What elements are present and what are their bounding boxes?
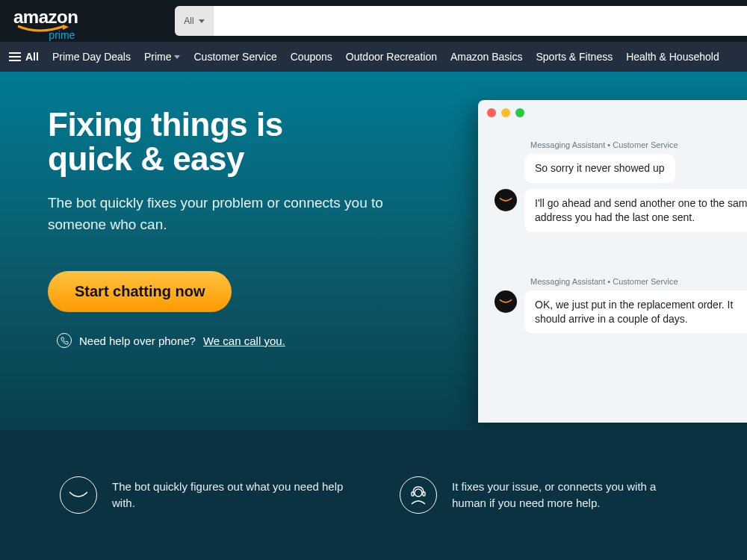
- search-category-dropdown[interactable]: All: [175, 6, 213, 36]
- chat-sender-label: Messaging Assistant • Customer Service: [530, 140, 747, 149]
- nav-item-sports-fitness[interactable]: Sports & Fitness: [536, 51, 613, 63]
- minimize-icon[interactable]: [501, 108, 510, 117]
- chat-window: Messaging Assistant • Customer Service S…: [478, 100, 747, 423]
- chat-message-row: OK, we just put in the replacement order…: [495, 290, 747, 334]
- maximize-icon[interactable]: [515, 108, 524, 117]
- amazon-logo[interactable]: amazon prime: [0, 1, 91, 41]
- svg-point-0: [415, 489, 422, 497]
- nav-item-prime-day-deals[interactable]: Prime Day Deals: [52, 51, 131, 63]
- hero-subtitle: The bot quickly fixes your problem or co…: [48, 193, 429, 235]
- hero-title: Fixing things is quick & easy: [48, 108, 429, 176]
- phone-icon: [57, 333, 72, 348]
- hero-title-line2: quick & easy: [48, 140, 244, 177]
- nav-item-amazon-basics[interactable]: Amazon Basics: [450, 51, 522, 63]
- phone-help-link[interactable]: We can call you.: [203, 335, 285, 347]
- chevron-down-icon: [174, 55, 180, 59]
- nav-item-outdoor-recreation[interactable]: Outdoor Recreation: [346, 51, 437, 63]
- logo-text: amazon: [13, 7, 78, 28]
- nav-all-menu[interactable]: All: [9, 51, 39, 63]
- nav-item-prime[interactable]: Prime: [144, 51, 181, 63]
- features-section: The bot quickly figures out what you nee…: [0, 430, 747, 560]
- feature-item: It fixes your issue, or connects you wit…: [400, 476, 687, 514]
- feature-item: The bot quickly figures out what you nee…: [60, 476, 347, 514]
- nav-item-label: Prime: [144, 51, 172, 63]
- chat-group: Messaging Assistant • Customer Service S…: [495, 140, 747, 232]
- search-category-label: All: [184, 16, 193, 26]
- phone-help-prompt: Need help over phone?: [79, 335, 196, 347]
- hero-content: Fixing things is quick & easy The bot qu…: [48, 108, 429, 430]
- chat-bubble: OK, we just put in the replacement order…: [524, 290, 747, 334]
- hero-title-line1: Fixing things is: [48, 106, 283, 143]
- chat-body: Messaging Assistant • Customer Service S…: [478, 125, 747, 333]
- feature-text: The bot quickly figures out what you nee…: [112, 479, 347, 511]
- chat-message-row: So sorry it never showed up: [495, 154, 747, 183]
- search-input[interactable]: [214, 6, 747, 36]
- nav-bar: All Prime Day Deals Prime Customer Servi…: [0, 42, 747, 72]
- bot-smile-icon: [60, 476, 97, 514]
- hamburger-icon: [9, 52, 21, 61]
- hero-section: Fixing things is quick & easy The bot qu…: [0, 72, 747, 430]
- chat-group: Messaging Assistant • Customer Service O…: [495, 277, 747, 334]
- chat-bubble: I'll go ahead and send another one to th…: [524, 189, 747, 232]
- close-icon[interactable]: [487, 108, 496, 117]
- feature-text: It fixes your issue, or connects you wit…: [452, 479, 687, 511]
- headset-person-icon: [400, 476, 437, 514]
- search-bar: All: [175, 6, 747, 36]
- chat-sender-label: Messaging Assistant • Customer Service: [530, 277, 747, 286]
- chevron-down-icon: [199, 19, 205, 23]
- nav-item-coupons[interactable]: Coupons: [291, 51, 332, 63]
- chat-message-row: I'll go ahead and send another one to th…: [495, 189, 747, 232]
- chat-titlebar: [478, 100, 747, 125]
- chat-bubble: So sorry it never showed up: [524, 154, 675, 183]
- bot-avatar-icon: [495, 189, 517, 211]
- top-bar: amazon prime All: [0, 0, 747, 42]
- start-chatting-button[interactable]: Start chatting now: [48, 271, 232, 312]
- bot-avatar-icon: [495, 290, 517, 313]
- nav-item-health-household[interactable]: Health & Household: [626, 51, 719, 63]
- phone-help: Need help over phone? We can call you.: [48, 333, 429, 348]
- nav-item-customer-service[interactable]: Customer Service: [193, 51, 276, 63]
- nav-all-label: All: [25, 51, 39, 63]
